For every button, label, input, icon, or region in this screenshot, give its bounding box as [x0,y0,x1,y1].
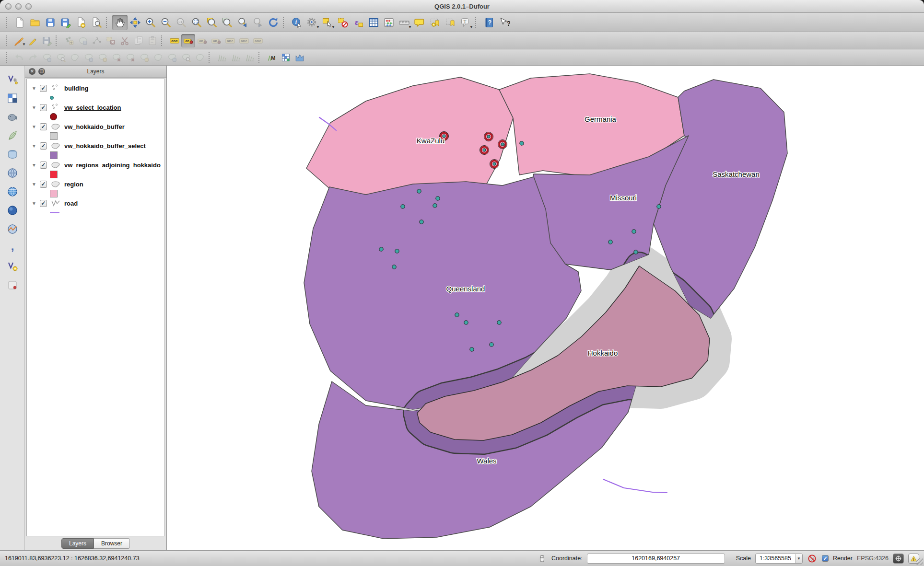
save-project-as-button[interactable] [58,15,73,30]
layer-expand-icon[interactable]: ▼ [32,143,36,149]
tab-browser[interactable]: Browser [94,538,130,549]
add-spatialite-layer-button[interactable] [4,127,21,143]
layer-expand-icon[interactable]: ▼ [32,162,36,168]
grass-tools-button[interactable] [265,51,279,64]
open-attribute-table-button[interactable] [366,15,381,30]
render-checkbox[interactable]: ✓ [822,555,829,562]
minimize-window-button[interactable] [15,3,22,10]
coordinate-input[interactable]: 1620169,6940257 [587,554,725,564]
measure-dropdown-icon[interactable]: ▼ [408,25,412,29]
scale-dropdown-icon[interactable]: ▼ [795,554,802,563]
current-edits-button[interactable]: ▼ [12,34,26,47]
layer-symbology-swatch[interactable] [50,132,164,140]
add-wcs-layer-button[interactable] [4,202,21,218]
zoom-last-button[interactable] [235,15,250,30]
close-window-button[interactable] [5,3,12,10]
profile-tool-button[interactable] [292,51,306,64]
add-wms-layer-button[interactable] [4,184,21,199]
new-shapefile-layer-button[interactable] [4,258,21,274]
layer-symbology-swatch[interactable] [50,170,164,178]
select-features-button[interactable]: ▼ [320,15,335,30]
select-features-dropdown-icon[interactable]: ▼ [331,25,335,29]
text-annotation-button[interactable]: ▼ [458,15,473,30]
layer-row-vw_select_location[interactable]: ▼✓vw_select_location [27,102,164,113]
add-oracle-layer-button[interactable] [4,165,21,181]
layer-row-vw_hokkaido_buffer_select[interactable]: ▼✓vw_hokkaido_buffer_select [27,140,164,151]
add-raster-layer-button[interactable] [4,90,21,106]
new-print-composer-button[interactable] [73,15,89,30]
add-mssql-layer-button[interactable] [4,146,21,162]
save-project-button[interactable] [43,15,58,30]
layer-row-building[interactable]: ▼✓building [27,83,164,93]
layers-panel-header[interactable]: ✕ ❐ Layers [25,66,166,78]
layer-visibility-checkbox[interactable]: ✓ [40,104,47,111]
run-feature-action-button[interactable]: ▼ [304,15,320,30]
zoom-window-button[interactable] [25,3,32,10]
new-bookmark-button[interactable] [427,15,443,30]
select-by-expression-button[interactable] [351,15,366,30]
show-bookmarks-button[interactable] [443,15,458,30]
current-edits-dropdown-icon[interactable]: ▼ [22,43,26,46]
deselect-features-button[interactable] [335,15,351,30]
panel-close-icon[interactable]: ✕ [29,68,35,75]
add-postgis-layer-button[interactable] [4,109,21,125]
layer-visibility-checkbox[interactable]: ✓ [40,85,47,92]
layer-symbology-swatch[interactable] [50,93,164,102]
zoom-full-button[interactable] [189,15,204,30]
zoom-in-button[interactable] [143,15,158,30]
layer-visibility-checkbox[interactable]: ✓ [40,142,47,150]
zoom-to-selection-button[interactable] [204,15,220,30]
coordinate-toggle-icon[interactable] [537,553,547,564]
identify-features-button[interactable] [289,15,304,30]
label-move-button[interactable] [181,34,195,47]
layer-name: vw_select_location [64,104,121,111]
add-delimited-text-layer-button[interactable] [4,240,21,255]
help-contents-button[interactable] [481,15,497,30]
pan-to-selection-button[interactable] [128,15,143,30]
window-resize-grip[interactable] [916,558,923,565]
layer-symbology-swatch[interactable] [50,113,164,121]
plugin-tool-button[interactable] [4,277,21,293]
map-canvas[interactable]: KwaZuluGermaniaSaskatchewanMissouriQueen… [167,66,924,550]
layer-labeling-button[interactable] [167,34,181,47]
refresh-map-button[interactable] [266,15,281,30]
zoom-out-button[interactable] [158,15,174,30]
open-project-button[interactable] [27,15,43,30]
run-feature-action-dropdown-icon[interactable]: ▼ [316,25,320,29]
whats-this-button[interactable] [497,15,512,30]
layer-row-region[interactable]: ▼✓region [27,179,164,189]
text-annotation-dropdown-icon[interactable]: ▼ [469,25,473,29]
measure-button[interactable]: ▼ [397,15,412,30]
pan-map-button[interactable] [112,15,128,30]
map-tips-button[interactable] [412,15,427,30]
layer-expand-icon[interactable]: ▼ [32,105,36,110]
title-bar[interactable]: QGIS 2.0.1–Dufour [0,0,924,13]
layer-expand-icon[interactable]: ▼ [32,86,36,91]
crs-status-button[interactable] [893,554,904,564]
zoom-to-layer-button[interactable] [220,15,235,30]
layer-expand-icon[interactable]: ▼ [32,124,36,129]
toggle-editing-button[interactable] [26,34,40,47]
layer-row-vw_regions_adjoining_hokkaido[interactable]: ▼✓vw_regions_adjoining_hokkaido [27,160,164,170]
layer-symbology-swatch[interactable] [50,208,164,217]
layer-expand-icon[interactable]: ▼ [32,182,36,187]
layer-visibility-checkbox[interactable]: ✓ [40,200,47,207]
new-project-button[interactable] [12,15,27,30]
panel-float-icon[interactable]: ❐ [38,68,45,75]
layer-symbology-swatch[interactable] [50,151,164,159]
layer-visibility-checkbox[interactable]: ✓ [40,181,47,188]
tab-layers[interactable]: Layers [61,538,94,549]
layer-symbology-swatch[interactable] [50,189,164,197]
layer-visibility-checkbox[interactable]: ✓ [40,123,47,130]
add-wfs-layer-button[interactable] [4,221,21,237]
add-vector-layer-button[interactable] [4,71,21,87]
composer-manager-button[interactable] [89,15,104,30]
stop-render-icon[interactable] [807,553,818,564]
raster-grid-button[interactable] [279,51,292,64]
layer-row-vw_hokkaido_buffer[interactable]: ▼✓vw_hokkaido_buffer [27,121,164,132]
field-calculator-button[interactable] [381,15,397,30]
layer-visibility-checkbox[interactable]: ✓ [40,162,47,169]
layer-row-road[interactable]: ▼✓road [27,198,164,208]
scale-combo[interactable]: 1:33565585 ▼ [755,554,803,564]
layer-expand-icon[interactable]: ▼ [32,201,36,206]
